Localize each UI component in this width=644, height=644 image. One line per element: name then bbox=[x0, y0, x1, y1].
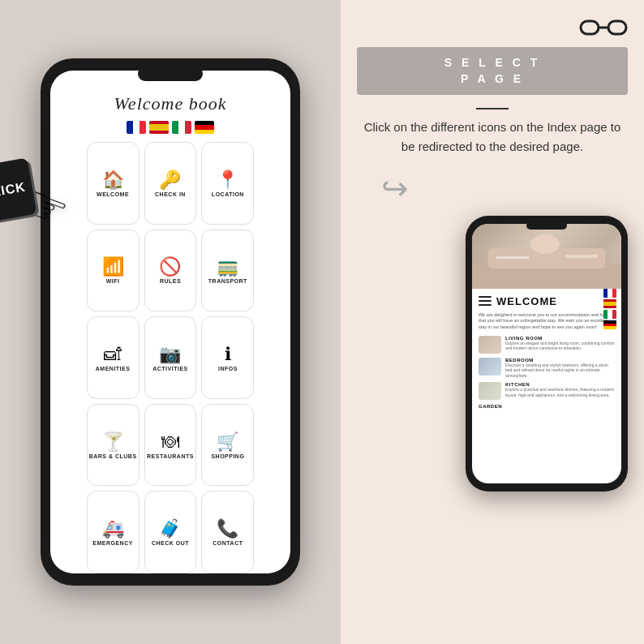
icon-label: RULES bbox=[160, 278, 181, 284]
welcome-body-text: We are delighted to welcome you to our a… bbox=[479, 312, 615, 331]
icon-cell-rules[interactable]: 🚫RULES bbox=[144, 230, 197, 312]
bedroom-room-text: BEDROOM Discover a soothing and stylish … bbox=[505, 358, 615, 379]
select-page-label: S E L E C TP A G E bbox=[357, 55, 628, 87]
right-flag-french[interactable] bbox=[603, 289, 616, 298]
icon-symbol: 🚑 bbox=[102, 520, 124, 538]
right-flag-german[interactable] bbox=[603, 320, 616, 329]
icon-cell-bars-&-clubs[interactable]: 🍸BARS & CLUBS bbox=[87, 404, 140, 487]
icon-label: CHECK IN bbox=[155, 191, 186, 197]
kitchen-thumb bbox=[479, 382, 501, 400]
svg-point-5 bbox=[530, 234, 560, 254]
icon-symbol: 🛋 bbox=[104, 346, 122, 363]
room-item-bedroom: BEDROOM Discover a soothing and stylish … bbox=[479, 358, 615, 379]
icon-label: CONTACT bbox=[213, 540, 243, 546]
room-item-living: LIVING ROOM Explore an elegant and brigh… bbox=[479, 336, 615, 354]
right-flag-spanish[interactable] bbox=[603, 299, 616, 308]
icon-cell-location[interactable]: 📍LOCATION bbox=[201, 142, 254, 225]
garden-title: GARDEN bbox=[479, 404, 615, 409]
icon-cell-infos[interactable]: ℹINFOS bbox=[201, 316, 254, 399]
icon-cell-wifi[interactable]: 📶WIFI bbox=[87, 230, 140, 312]
garden-room-text: GARDEN bbox=[479, 404, 615, 409]
icon-symbol: 📞 bbox=[217, 520, 238, 538]
right-phone-body: WELCOME We are delighted to welcome you … bbox=[472, 289, 621, 483]
svg-rect-0 bbox=[581, 21, 599, 34]
icon-symbol: 🛒 bbox=[217, 433, 238, 451]
icon-symbol: 📍 bbox=[217, 171, 238, 189]
phone-frame-right: WELCOME We are delighted to welcome you … bbox=[466, 216, 628, 492]
icon-cell-restaurants[interactable]: 🍽RESTAURANTS bbox=[144, 404, 197, 487]
left-panel: CLICK ☞ Welcome book 🏠WELCOME🔑CHECK IN📍L… bbox=[0, 0, 341, 644]
icon-grid: 🏠WELCOME🔑CHECK IN📍LOCATION📶WIFI🚫RULES🚃TR… bbox=[79, 142, 263, 573]
icon-symbol: 🚫 bbox=[159, 258, 181, 276]
icon-label: SHOPPING bbox=[211, 453, 244, 459]
icon-cell-amenities[interactable]: 🛋AMENITIES bbox=[87, 316, 140, 399]
bedroom-thumb bbox=[479, 358, 501, 376]
icon-label: CHECK OUT bbox=[152, 540, 189, 546]
flag-italian[interactable] bbox=[172, 121, 191, 134]
icon-cell-contact[interactable]: 📞CONTACT bbox=[201, 491, 254, 573]
room-item-kitchen: KITCHEN Explore a practical and aestheti… bbox=[479, 382, 615, 400]
icon-symbol: 🚃 bbox=[217, 258, 238, 276]
room-item-garden: GARDEN bbox=[479, 404, 615, 409]
description-text: Click on the different icons on the Inde… bbox=[357, 118, 628, 157]
kitchen-room-text: KITCHEN Explore a practical and aestheti… bbox=[505, 382, 615, 397]
phone-screen-left: Welcome book 🏠WELCOME🔑CHECK IN📍LOCATION📶… bbox=[50, 71, 290, 573]
icon-cell-emergency[interactable]: 🚑EMERGENCY bbox=[87, 491, 140, 573]
flag-german[interactable] bbox=[195, 121, 214, 134]
icon-symbol: 🍽 bbox=[161, 433, 179, 451]
icon-label: ACTIVITIES bbox=[152, 366, 188, 371]
icon-label: RESTAURANTS bbox=[147, 453, 194, 459]
divider-line bbox=[476, 108, 509, 109]
living-room-thumb bbox=[479, 336, 501, 354]
icon-label: TRANSPORT bbox=[208, 278, 247, 284]
svg-rect-7 bbox=[565, 255, 598, 258]
icon-cell-welcome[interactable]: 🏠WELCOME bbox=[87, 142, 140, 225]
welcome-header-right: WELCOME bbox=[479, 295, 615, 307]
svg-rect-6 bbox=[496, 256, 529, 259]
icon-cell-check-out[interactable]: 🧳CHECK OUT bbox=[144, 491, 197, 573]
icon-cell-check-in[interactable]: 🔑CHECK IN bbox=[144, 142, 197, 225]
icon-label: EMERGENCY bbox=[92, 540, 133, 546]
hamburger-icon[interactable] bbox=[479, 296, 492, 306]
living-room-desc: Explore an elegant and bright living roo… bbox=[505, 341, 615, 351]
right-flag-italian[interactable] bbox=[603, 310, 616, 319]
kitchen-desc: Explore a practical and aesthetic kitche… bbox=[505, 387, 615, 397]
icon-label: WIFI bbox=[106, 278, 120, 284]
arrow-icon: ↪ bbox=[381, 170, 409, 208]
flag-french[interactable] bbox=[127, 121, 146, 134]
icon-label: BARS & CLUBS bbox=[89, 453, 137, 459]
bedroom-desc: Discover a soothing and stylish bedroom,… bbox=[505, 363, 615, 379]
icon-label: WELCOME bbox=[97, 191, 129, 197]
icon-symbol: 📷 bbox=[159, 346, 181, 363]
icon-symbol: 📶 bbox=[102, 258, 124, 276]
icon-cell-activities[interactable]: 📷ACTIVITIES bbox=[144, 316, 197, 399]
icon-symbol: 🔑 bbox=[159, 171, 181, 189]
icon-label: AMENITIES bbox=[96, 366, 131, 371]
select-page-bar: S E L E C TP A G E bbox=[357, 47, 628, 95]
right-phone-content: WELCOME We are delighted to welcome you … bbox=[472, 224, 621, 483]
welcome-book-title: Welcome book bbox=[114, 93, 227, 114]
icon-label: LOCATION bbox=[212, 191, 244, 197]
click-badge: CLICK bbox=[0, 157, 37, 223]
right-panel: S E L E C TP A G E Click on the differen… bbox=[341, 0, 644, 644]
living-room-text: LIVING ROOM Explore an elegant and brigh… bbox=[505, 336, 615, 351]
icon-symbol: 🍸 bbox=[102, 433, 124, 451]
flag-spanish[interactable] bbox=[149, 121, 169, 134]
phone-frame-left: Welcome book 🏠WELCOME🔑CHECK IN📍LOCATION📶… bbox=[41, 58, 300, 586]
icon-cell-shopping[interactable]: 🛒SHOPPING bbox=[201, 404, 254, 487]
phone-notch-left bbox=[138, 67, 203, 81]
icon-symbol: 🧳 bbox=[159, 520, 181, 538]
bedroom-photo bbox=[472, 224, 621, 289]
right-phone-flags bbox=[603, 289, 616, 329]
phone-notch-right bbox=[526, 221, 567, 230]
chain-link-icon bbox=[579, 16, 628, 42]
phone-screen-right: WELCOME We are delighted to welcome you … bbox=[472, 224, 621, 483]
icon-symbol: 🏠 bbox=[102, 171, 124, 189]
icon-cell-transport[interactable]: 🚃TRANSPORT bbox=[201, 230, 254, 312]
icon-label: INFOS bbox=[218, 366, 238, 371]
language-flags bbox=[127, 121, 214, 134]
svg-rect-1 bbox=[608, 21, 626, 34]
right-welcome-title: WELCOME bbox=[496, 295, 557, 307]
icon-symbol: ℹ bbox=[225, 346, 231, 363]
